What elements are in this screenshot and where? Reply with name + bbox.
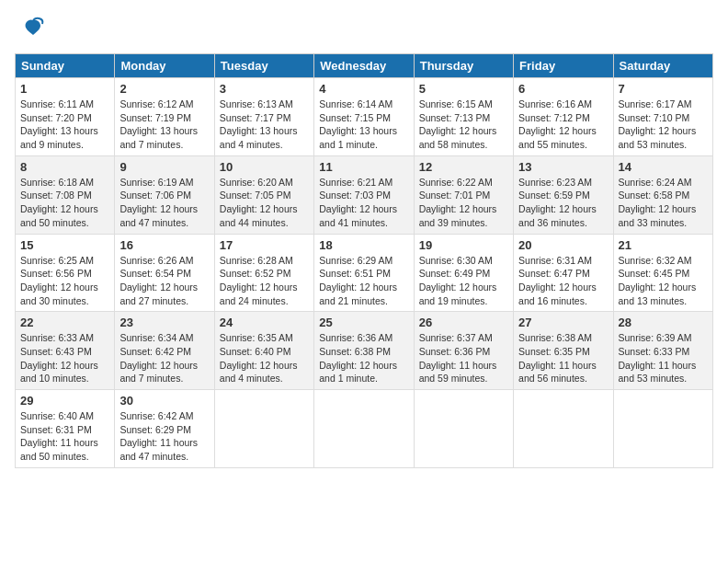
cell-line: and 7 minutes. [119, 138, 209, 152]
cell-content: Sunrise: 6:14 AMSunset: 7:15 PMDaylight:… [319, 98, 408, 152]
calendar-cell: 13Sunrise: 6:23 AMSunset: 6:59 PMDayligh… [514, 155, 613, 234]
calendar-cell: 20Sunrise: 6:31 AMSunset: 6:47 PMDayligh… [514, 234, 613, 312]
cell-line: Sunrise: 6:21 AM [319, 176, 408, 190]
day-number: 9 [119, 160, 209, 174]
calendar-cell: 11Sunrise: 6:21 AMSunset: 7:03 PMDayligh… [314, 155, 414, 234]
cell-line: Daylight: 12 hours [20, 202, 109, 216]
logo-bird-icon [20, 15, 46, 46]
cell-content: Sunrise: 6:32 AMSunset: 6:45 PMDaylight:… [619, 254, 708, 308]
cell-line: Daylight: 11 hours [119, 436, 209, 450]
cell-content: Sunrise: 6:38 AMSunset: 6:35 PMDaylight:… [518, 331, 608, 385]
calendar-cell [314, 390, 414, 468]
cell-line: Sunset: 6:43 PM [20, 345, 109, 359]
day-number: 18 [319, 238, 408, 252]
cell-line: and 13 minutes. [619, 294, 708, 308]
day-number: 21 [619, 238, 708, 252]
cell-line: Sunrise: 6:12 AM [119, 98, 209, 111]
calendar-week-3: 15Sunrise: 6:25 AMSunset: 6:56 PMDayligh… [16, 234, 713, 312]
day-number: 19 [419, 238, 508, 252]
cell-line: Sunset: 7:12 PM [518, 111, 608, 125]
cell-line: Sunrise: 6:31 AM [518, 254, 608, 268]
cell-line: Sunset: 7:05 PM [220, 189, 309, 202]
cell-line: Sunset: 6:35 PM [518, 345, 608, 359]
cell-line: Sunrise: 6:19 AM [119, 176, 209, 190]
cell-content: Sunrise: 6:35 AMSunset: 6:40 PMDaylight:… [220, 331, 309, 385]
cell-line: and 4 minutes. [220, 372, 309, 385]
calendar-cell: 8Sunrise: 6:18 AMSunset: 7:08 PMDaylight… [16, 155, 115, 234]
day-number: 27 [518, 316, 608, 329]
calendar-cell: 19Sunrise: 6:30 AMSunset: 6:49 PMDayligh… [414, 234, 513, 312]
cell-line: Sunrise: 6:23 AM [518, 176, 608, 190]
cell-line: and 41 minutes. [319, 216, 408, 230]
cell-line: Daylight: 13 hours [119, 124, 209, 138]
cell-line: and 47 minutes. [119, 216, 209, 230]
cell-content: Sunrise: 6:29 AMSunset: 6:51 PMDaylight:… [319, 254, 408, 308]
cell-line: and 21 minutes. [319, 294, 408, 308]
calendar-cell: 26Sunrise: 6:37 AMSunset: 6:36 PMDayligh… [414, 312, 513, 390]
cell-line: Daylight: 12 hours [619, 281, 708, 294]
cell-line: Sunset: 6:29 PM [119, 423, 209, 437]
cell-line: Sunset: 7:01 PM [419, 189, 508, 202]
cell-line: and 7 minutes. [119, 372, 209, 385]
cell-line: and 47 minutes. [119, 450, 209, 464]
day-header-tuesday: Tuesday [214, 54, 313, 78]
cell-content: Sunrise: 6:28 AMSunset: 6:52 PMDaylight:… [220, 254, 309, 308]
day-number: 2 [119, 82, 209, 96]
calendar-cell [414, 390, 513, 468]
cell-line: and 30 minutes. [20, 294, 109, 308]
day-header-monday: Monday [115, 54, 214, 78]
cell-content: Sunrise: 6:13 AMSunset: 7:17 PMDaylight:… [220, 98, 309, 152]
calendar-cell: 25Sunrise: 6:36 AMSunset: 6:38 PMDayligh… [314, 312, 414, 390]
cell-line: Sunset: 6:40 PM [220, 345, 309, 359]
cell-line: Daylight: 12 hours [619, 124, 708, 138]
cell-line: Sunset: 7:19 PM [119, 111, 209, 125]
cell-line: Sunset: 6:51 PM [319, 267, 408, 281]
calendar-cell [214, 390, 313, 468]
calendar-week-5: 29Sunrise: 6:40 AMSunset: 6:31 PMDayligh… [16, 390, 713, 468]
cell-line: and 39 minutes. [419, 216, 508, 230]
cell-content: Sunrise: 6:22 AMSunset: 7:01 PMDaylight:… [419, 176, 508, 230]
calendar-cell: 21Sunrise: 6:32 AMSunset: 6:45 PMDayligh… [613, 234, 712, 312]
calendar-cell [613, 390, 712, 468]
cell-content: Sunrise: 6:39 AMSunset: 6:33 PMDaylight:… [619, 331, 708, 385]
day-number: 6 [518, 82, 608, 96]
calendar-cell: 30Sunrise: 6:42 AMSunset: 6:29 PMDayligh… [115, 390, 214, 468]
cell-content: Sunrise: 6:30 AMSunset: 6:49 PMDaylight:… [419, 254, 508, 308]
cell-content: Sunrise: 6:11 AMSunset: 7:20 PMDaylight:… [20, 98, 109, 152]
cell-line: and 58 minutes. [419, 138, 508, 152]
cell-line: and 10 minutes. [20, 372, 109, 385]
cell-content: Sunrise: 6:40 AMSunset: 6:31 PMDaylight:… [20, 409, 109, 464]
day-number: 17 [220, 238, 309, 252]
cell-line: and 50 minutes. [20, 216, 109, 230]
cell-line: and 1 minute. [319, 138, 408, 152]
cell-line: Sunrise: 6:22 AM [419, 176, 508, 190]
cell-line: Sunrise: 6:39 AM [619, 331, 708, 345]
header [15, 15, 713, 46]
cell-content: Sunrise: 6:36 AMSunset: 6:38 PMDaylight:… [319, 331, 408, 385]
cell-content: Sunrise: 6:26 AMSunset: 6:54 PMDaylight:… [119, 254, 209, 308]
cell-line: Sunrise: 6:24 AM [619, 176, 708, 190]
cell-line: Daylight: 12 hours [518, 281, 608, 294]
day-number: 14 [619, 160, 708, 174]
cell-line: and 27 minutes. [119, 294, 209, 308]
cell-line: Sunset: 7:15 PM [319, 111, 408, 125]
calendar-cell: 2Sunrise: 6:12 AMSunset: 7:19 PMDaylight… [115, 78, 214, 156]
cell-line: and 53 minutes. [619, 372, 708, 385]
cell-line: Sunset: 6:36 PM [419, 345, 508, 359]
cell-line: Sunset: 6:59 PM [518, 189, 608, 202]
cell-line: Sunrise: 6:42 AM [119, 409, 209, 423]
cell-line: Sunrise: 6:34 AM [119, 331, 209, 345]
calendar-cell: 18Sunrise: 6:29 AMSunset: 6:51 PMDayligh… [314, 234, 414, 312]
day-number: 10 [220, 160, 309, 174]
cell-line: Sunrise: 6:16 AM [518, 98, 608, 111]
calendar-cell: 23Sunrise: 6:34 AMSunset: 6:42 PMDayligh… [115, 312, 214, 390]
cell-line: Sunrise: 6:29 AM [319, 254, 408, 268]
day-number: 5 [419, 82, 508, 96]
cell-line: Sunset: 6:52 PM [220, 267, 309, 281]
calendar-cell: 9Sunrise: 6:19 AMSunset: 7:06 PMDaylight… [115, 155, 214, 234]
cell-line: and 36 minutes. [518, 216, 608, 230]
day-number: 7 [619, 82, 708, 96]
cell-line: Daylight: 12 hours [419, 202, 508, 216]
day-number: 26 [419, 316, 508, 329]
cell-line: Sunrise: 6:11 AM [20, 98, 109, 111]
